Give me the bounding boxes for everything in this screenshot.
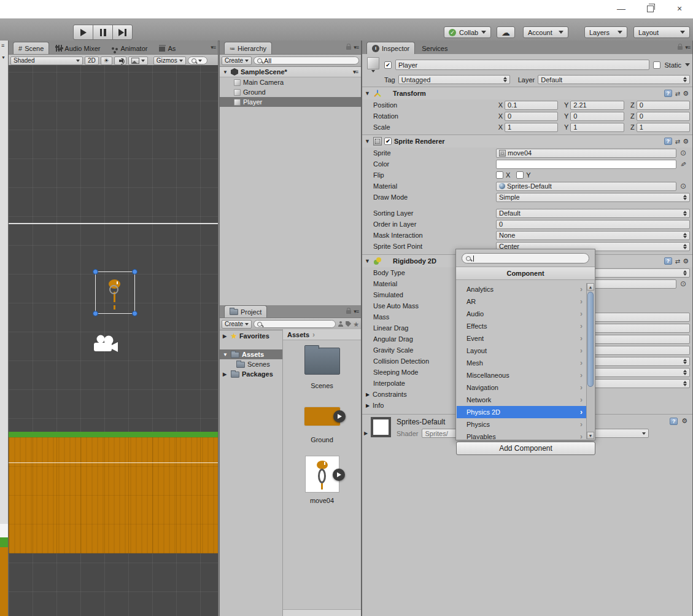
asset-ground-sprite[interactable]: Ground	[304, 407, 341, 443]
project-bottom-bar[interactable]	[283, 609, 361, 616]
menu-item-event[interactable]: Event›	[457, 332, 586, 345]
position-x-field[interactable]: 0.1	[505, 101, 558, 110]
tab-scene[interactable]: # Scene	[13, 42, 49, 54]
foldout-icon[interactable]: ▼	[365, 258, 371, 264]
foldout-icon[interactable]: ▶	[366, 392, 373, 397]
asset-preview-play-icon[interactable]	[333, 469, 345, 481]
scene-viewport[interactable]	[9, 65, 218, 616]
object-picker-icon[interactable]: ⊙	[680, 281, 686, 287]
pause-button[interactable]	[93, 25, 113, 40]
menu-icon[interactable]: ≡	[1, 42, 4, 49]
scrollbar-thumb[interactable]	[587, 292, 594, 387]
selection-handle[interactable]	[93, 269, 98, 275]
menu-item-network[interactable]: Network›	[457, 394, 586, 406]
2d-toggle[interactable]: 2D	[85, 57, 99, 65]
help-icon[interactable]: ?	[670, 418, 678, 425]
maximize-button[interactable]	[640, 1, 660, 16]
tab-hierarchy[interactable]: ≔ Hierarchy	[224, 42, 272, 54]
scroll-down-arrow[interactable]: ▼	[587, 432, 594, 439]
close-button[interactable]: ×	[669, 1, 690, 16]
camera-gizmo-icon[interactable]	[91, 334, 119, 354]
scene-search-input[interactable]	[188, 57, 207, 64]
flip-x-checkbox[interactable]	[496, 171, 503, 179]
scale-x-field[interactable]: 1	[505, 123, 558, 132]
panel-menu-icon[interactable]: ▾≡	[211, 44, 215, 50]
gear-icon[interactable]: ⚙	[681, 417, 687, 425]
transform-header[interactable]: ▼ Transform ? ⇄ ⚙	[362, 87, 692, 99]
menu-item-layout[interactable]: Layout›	[457, 345, 586, 357]
rotation-z-field[interactable]: 0	[637, 112, 690, 121]
tab-project[interactable]: Project	[224, 305, 267, 318]
material-preview-swatch[interactable]	[371, 417, 391, 437]
asset-scenes-folder[interactable]: Scenes	[304, 348, 340, 389]
menu-item-mesh[interactable]: Mesh›	[457, 357, 586, 369]
gear-icon[interactable]: ⚙	[683, 257, 689, 265]
lock-icon[interactable]	[678, 46, 683, 50]
project-create-button[interactable]: Create	[222, 320, 252, 329]
help-icon[interactable]: ?	[664, 257, 672, 265]
draw-mode-dropdown[interactable]: Simple	[496, 193, 690, 202]
audio-toggle[interactable]	[114, 57, 126, 65]
eyedropper-icon[interactable]: ✎	[679, 160, 687, 167]
static-checkbox[interactable]	[653, 61, 660, 69]
layer-dropdown[interactable]: Default	[538, 75, 690, 84]
color-swatch-field[interactable]	[496, 160, 676, 169]
menu-item-playables[interactable]: Playables›	[457, 431, 586, 439]
step-button[interactable]	[112, 25, 133, 40]
sprite-object-field[interactable]: move04	[496, 149, 676, 158]
tree-item-assets[interactable]: ▼ Assets	[220, 349, 282, 359]
hierarchy-item-player[interactable]: Player	[220, 97, 361, 107]
scroll-up-arrow[interactable]: ▲	[587, 283, 594, 290]
tree-item-scenes[interactable]: Scenes	[220, 359, 282, 369]
player-selection-box[interactable]	[95, 271, 135, 314]
sprite-renderer-header[interactable]: ▼ Sprite Renderer ? ⇄ ⚙	[362, 135, 692, 147]
tab-audio-mixer[interactable]: Audio Mixer	[51, 42, 105, 54]
popup-scrollbar[interactable]: ▲ ▼	[586, 283, 594, 439]
order-in-layer-field[interactable]: 0	[496, 220, 690, 229]
lighting-toggle[interactable]: ☀	[101, 57, 112, 65]
presets-icon[interactable]: ⇄	[675, 90, 679, 97]
help-icon[interactable]: ?	[664, 90, 672, 97]
foldout-icon[interactable]: ▼	[365, 90, 371, 96]
rotation-y-field[interactable]: 0	[570, 112, 624, 121]
pivot-handle[interactable]	[109, 285, 118, 294]
menu-item-physics[interactable]: Physics›	[457, 418, 586, 431]
presets-icon[interactable]: ⇄	[675, 138, 679, 145]
menu-item-ar[interactable]: AR›	[457, 295, 586, 308]
asset-preview-play-icon[interactable]	[333, 410, 346, 423]
gizmos-dropdown[interactable]: Gizmos	[153, 57, 186, 65]
foldout-icon[interactable]: ▼	[223, 352, 228, 357]
name-field[interactable]: Player	[395, 60, 649, 70]
menu-item-navigation[interactable]: Navigation›	[457, 381, 586, 394]
panel-menu-icon[interactable]: ▾≡	[354, 44, 358, 50]
hierarchy-scene-row[interactable]: ▼ SampleScene* ▾≡	[220, 67, 361, 77]
foldout-icon[interactable]: ▶	[223, 333, 228, 339]
object-picker-icon[interactable]: ⊙	[680, 183, 686, 189]
chevron-down-icon[interactable]: ▼	[1, 55, 6, 60]
add-component-button[interactable]: Add Component	[456, 442, 595, 455]
lock-icon[interactable]	[346, 46, 351, 50]
tree-item-favorites[interactable]: ▶ ★ Favorites	[220, 331, 282, 341]
project-search-input[interactable]	[254, 320, 336, 328]
layout-dropdown[interactable]: Layout	[633, 26, 690, 38]
foldout-icon[interactable]: ▼	[365, 138, 371, 144]
chevron-down-icon[interactable]	[685, 63, 690, 66]
hierarchy-item-ground[interactable]: Ground	[220, 87, 361, 97]
effects-dropdown[interactable]	[128, 57, 148, 65]
selection-handle[interactable]	[132, 269, 137, 275]
hierarchy-create-button[interactable]: Create	[222, 57, 252, 65]
position-y-field[interactable]: 2.21	[570, 101, 624, 110]
mask-interaction-dropdown[interactable]: None	[496, 231, 690, 240]
asset-move04-sprite[interactable]: move04	[305, 456, 339, 504]
foldout-icon[interactable]: ▼	[223, 69, 228, 75]
gear-icon[interactable]: ⚙	[683, 90, 689, 98]
tag-dropdown[interactable]: Untagged	[398, 75, 510, 84]
position-z-field[interactable]: 0	[637, 101, 690, 110]
rotation-x-field[interactable]: 0	[505, 112, 558, 121]
tab-inspector[interactable]: i Inspector	[366, 42, 415, 54]
menu-item-analytics[interactable]: Analytics›	[457, 283, 586, 295]
foldout-icon[interactable]: ▶	[223, 372, 228, 377]
hierarchy-search-input[interactable]: All	[254, 57, 359, 64]
label-icon[interactable]	[346, 321, 351, 327]
scale-z-field[interactable]: 1	[637, 123, 690, 132]
